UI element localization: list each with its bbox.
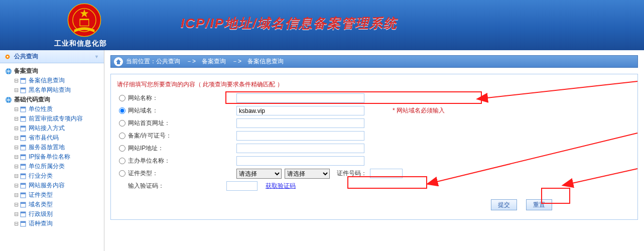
app-header: 工业和信息化部 ICP/IP地址/域名信息备案管理系统 bbox=[0, 0, 644, 50]
sidebar-tree: 备案查询 ⊟备案信息查询 ⊟黑名单网站查询 基础代码查询 ⊟单位性质 ⊟前置审批… bbox=[0, 63, 104, 231]
sidebar-item-blacklist[interactable]: ⊟黑名单网站查询 bbox=[3, 85, 102, 95]
row-ip: 网站IP地址： bbox=[116, 142, 632, 155]
page-icon bbox=[20, 192, 27, 199]
page-icon bbox=[20, 173, 27, 180]
svg-rect-36 bbox=[21, 212, 26, 213]
input-domain[interactable] bbox=[236, 106, 364, 115]
row-site-name: 网站名称： bbox=[116, 92, 632, 104]
radio-site-name[interactable] bbox=[119, 95, 125, 101]
svg-rect-24 bbox=[21, 155, 26, 156]
page-icon bbox=[20, 115, 27, 122]
tree-dash-icon: ⊟ bbox=[14, 173, 19, 179]
radio-homepage[interactable] bbox=[119, 120, 125, 127]
system-title: ICP/IP地址/域名信息备案管理系统 bbox=[181, 15, 398, 32]
sidebar-item-region-code[interactable]: ⊟省市县代码 bbox=[3, 133, 102, 143]
form-hint: 请仔细填写您所要查询的内容（ 此项查询要求条件精确匹配 ） bbox=[117, 80, 631, 89]
svg-rect-14 bbox=[21, 107, 26, 108]
input-captcha[interactable] bbox=[226, 181, 257, 191]
radio-ip[interactable] bbox=[119, 145, 125, 152]
crumb-b[interactable]: 备案查询 bbox=[202, 57, 226, 66]
page-icon bbox=[20, 87, 27, 94]
row-license: 备案/许可证号： bbox=[116, 130, 632, 142]
input-sponsor[interactable] bbox=[236, 156, 364, 166]
sidebar-heading-label: 公共查询 bbox=[14, 52, 38, 61]
label-cert-id: 证件号码： bbox=[337, 169, 367, 178]
input-cert-id[interactable] bbox=[370, 169, 403, 178]
sidebar-group-label: 基础代码查询 bbox=[14, 95, 50, 104]
row-sponsor: 主办单位名称： bbox=[116, 155, 632, 167]
domain-required-note: * 网站域名必须输入 bbox=[393, 106, 445, 115]
globe-icon bbox=[5, 96, 12, 103]
sidebar-item-access-mode[interactable]: ⊟网站接入方式 bbox=[3, 123, 102, 133]
crumb-c[interactable]: 备案信息查询 bbox=[247, 57, 284, 66]
sidebar-item-cert-type[interactable]: ⊟证件类型 bbox=[3, 190, 102, 200]
label-captcha: 输入验证码： bbox=[116, 182, 226, 190]
sidebar-item-record-info[interactable]: ⊟备案信息查询 bbox=[3, 76, 102, 85]
sidebar-item-language[interactable]: ⊟语种查询 bbox=[3, 219, 102, 228]
sidebar-item-preapproval[interactable]: ⊟前置审批或专项内容 bbox=[3, 114, 102, 123]
svg-rect-28 bbox=[21, 174, 26, 175]
sidebar-item-domain-type[interactable]: ⊟域名类型 bbox=[3, 200, 102, 209]
tree-dash-icon: ⊟ bbox=[14, 115, 19, 122]
tree-dash-icon: ⊟ bbox=[14, 201, 19, 208]
radio-sponsor[interactable] bbox=[119, 158, 125, 164]
sidebar-heading[interactable]: 公共查询 ▾ bbox=[0, 50, 104, 63]
label-homepage: 网站首页网址： bbox=[126, 119, 236, 128]
input-license[interactable] bbox=[236, 131, 364, 141]
page-icon bbox=[20, 77, 27, 84]
page-icon bbox=[20, 135, 27, 142]
radio-cert-type[interactable] bbox=[119, 170, 125, 177]
svg-rect-30 bbox=[21, 183, 26, 185]
sidebar-item-industry[interactable]: ⊟行业分类 bbox=[3, 171, 102, 181]
svg-rect-18 bbox=[21, 126, 26, 128]
home-icon[interactable] bbox=[114, 57, 123, 66]
submit-button[interactable]: 提交 bbox=[491, 199, 517, 210]
select-cert-type-1[interactable]: 请选择 bbox=[236, 169, 282, 179]
tree-dash-icon: ⊟ bbox=[14, 135, 19, 141]
sidebar-item-server-loc[interactable]: ⊟服务器放置地 bbox=[3, 143, 102, 152]
radio-domain[interactable] bbox=[119, 107, 125, 114]
button-row: 提交 重置 bbox=[116, 199, 632, 210]
sidebar-item-ip-report-unit[interactable]: ⊟IP报备单位名称 bbox=[3, 152, 102, 162]
page-icon bbox=[20, 182, 27, 189]
sidebar-group-label: 备案查询 bbox=[14, 67, 38, 75]
page-icon bbox=[20, 201, 27, 208]
label-ip: 网站IP地址： bbox=[126, 144, 236, 153]
svg-rect-16 bbox=[21, 116, 26, 118]
sidebar-item-unit-category[interactable]: ⊟单位所属分类 bbox=[3, 162, 102, 171]
crumb-sep: －> bbox=[186, 57, 196, 66]
label-domain: 网站域名： bbox=[126, 106, 236, 115]
tree-dash-icon: ⊟ bbox=[14, 154, 19, 160]
page-icon bbox=[20, 220, 27, 227]
sidebar-item-unit-nature[interactable]: ⊟单位性质 bbox=[3, 104, 102, 114]
crumb-sep: －> bbox=[232, 57, 241, 66]
svg-rect-9 bbox=[21, 78, 26, 80]
input-site-name[interactable] bbox=[236, 93, 364, 103]
select-cert-type-2[interactable]: 请选择 bbox=[285, 169, 330, 179]
sidebar-item-admin-level[interactable]: ⊟行政级别 bbox=[3, 209, 102, 219]
tree-dash-icon: ⊟ bbox=[14, 125, 19, 132]
breadcrumb: 当前位置： 公共查询 －> 备案查询 －> 备案信息查询 bbox=[110, 55, 638, 68]
radio-license[interactable] bbox=[119, 133, 125, 139]
crumb-a[interactable]: 公共查询 bbox=[156, 57, 180, 66]
get-captcha-link[interactable]: 获取验证码 bbox=[266, 182, 296, 190]
label-site-name: 网站名称： bbox=[126, 94, 236, 102]
tree-dash-icon: ⊟ bbox=[14, 220, 19, 227]
tree-dash-icon: ⊟ bbox=[14, 163, 19, 170]
svg-rect-20 bbox=[21, 136, 26, 137]
tree-dash-icon: ⊟ bbox=[14, 144, 19, 151]
svg-rect-4 bbox=[80, 20, 88, 26]
reset-button[interactable]: 重置 bbox=[526, 199, 552, 210]
sidebar-group-records[interactable]: 备案查询 bbox=[3, 66, 102, 76]
crumb-locationlabel: 当前位置： bbox=[126, 57, 156, 66]
svg-rect-32 bbox=[21, 193, 26, 194]
sidebar-item-service-content[interactable]: ⊟网站服务内容 bbox=[3, 181, 102, 190]
input-ip[interactable] bbox=[236, 144, 364, 153]
input-homepage[interactable] bbox=[236, 118, 364, 128]
tree-dash-icon: ⊟ bbox=[14, 87, 19, 93]
svg-rect-11 bbox=[21, 88, 26, 89]
sidebar-group-basecodes[interactable]: 基础代码查询 bbox=[3, 95, 102, 104]
row-domain: 网站域名： * 网站域名必须输入 bbox=[116, 104, 632, 117]
tree-dash-icon: ⊟ bbox=[14, 77, 19, 84]
tree-dash-icon: ⊟ bbox=[14, 211, 19, 217]
